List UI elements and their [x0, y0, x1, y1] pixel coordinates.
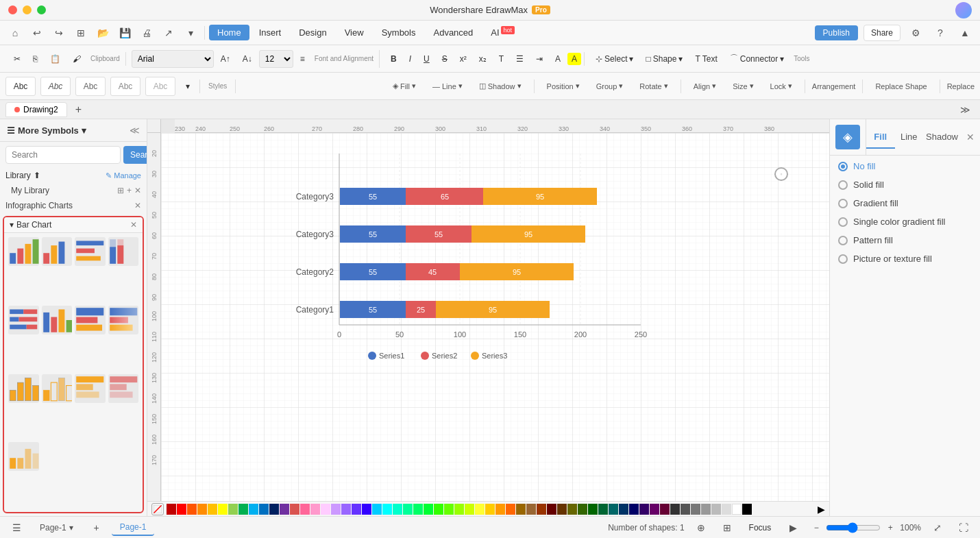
color-swatch-36[interactable]: [526, 504, 536, 515]
menu-advanced[interactable]: Advanced: [425, 25, 481, 40]
color-swatch-40[interactable]: [567, 504, 577, 515]
chart-thumb-10[interactable]: [42, 374, 73, 403]
chart-thumb-13[interactable]: [8, 442, 39, 471]
style-abc-3[interactable]: Abc: [75, 77, 106, 96]
font-increase[interactable]: A↑: [215, 52, 236, 66]
color-swatch-28[interactable]: [444, 504, 454, 515]
my-library-add-icon[interactable]: +: [127, 186, 132, 195]
color-swatch-27[interactable]: [434, 504, 443, 515]
fill-button[interactable]: ◈Fill▾: [387, 80, 421, 93]
color-swatch-50[interactable]: [670, 504, 680, 515]
color-swatch-45[interactable]: [619, 504, 628, 515]
color-swatch-47[interactable]: [639, 504, 649, 515]
connector-tool[interactable]: ⌒Connector▾: [724, 51, 789, 66]
color-swatch-48[interactable]: [650, 504, 659, 515]
color-swatch-6[interactable]: [218, 504, 228, 515]
drawing-canvas[interactable]: 0 50 100 150 200 250: [161, 133, 829, 516]
bar-chart-close-icon[interactable]: ✕: [130, 220, 137, 230]
undo-icon[interactable]: ↩: [27, 23, 47, 42]
no-color-swatch[interactable]: [151, 503, 164, 515]
home-icon[interactable]: ⌂: [5, 23, 25, 42]
font-name-select[interactable]: Arial: [132, 50, 214, 68]
fit-icon[interactable]: ⤢: [928, 518, 947, 537]
color-swatch-41[interactable]: [578, 504, 587, 515]
size-button[interactable]: Size▾: [727, 80, 759, 93]
rotate-button[interactable]: Rotate▾: [634, 80, 673, 93]
list-button[interactable]: ☰: [511, 52, 529, 66]
paste-button[interactable]: 📋: [45, 52, 66, 66]
color-swatch-18[interactable]: [341, 504, 351, 515]
position-button[interactable]: Position▾: [541, 80, 585, 93]
color-swatch-14[interactable]: [300, 504, 310, 515]
drawing-tab[interactable]: Drawing2: [5, 102, 67, 117]
align-btn[interactable]: ≡: [295, 52, 310, 66]
redo-icon[interactable]: ↪: [49, 23, 69, 42]
color-swatch-57[interactable]: [742, 504, 752, 515]
color-swatch-10[interactable]: [259, 504, 269, 515]
collapse-icon[interactable]: ▲: [955, 23, 975, 42]
underline-button[interactable]: U: [418, 52, 435, 66]
pages-icon[interactable]: ☰: [7, 518, 26, 537]
color-swatch-1[interactable]: [167, 504, 176, 515]
menu-design[interactable]: Design: [291, 25, 334, 40]
color-swatch-56[interactable]: [732, 504, 742, 515]
page-tab-1[interactable]: Page-1 ▾: [32, 520, 82, 535]
indent-button[interactable]: ⇥: [530, 52, 548, 66]
fill-option-solid[interactable]: Solid fill: [838, 177, 972, 193]
font-size-select[interactable]: 12: [259, 50, 293, 68]
manage-button[interactable]: ✎Manage: [106, 171, 141, 180]
menu-home[interactable]: Home: [209, 25, 249, 40]
tab-line[interactable]: Line: [895, 126, 924, 149]
fill-option-pattern[interactable]: Pattern fill: [838, 232, 972, 248]
select-tool[interactable]: ⊹Select▾: [590, 52, 639, 66]
help-icon[interactable]: ?: [931, 23, 950, 42]
snap-icon[interactable]: ⊞: [718, 518, 737, 537]
add-tab-button[interactable]: +: [70, 101, 87, 118]
color-swatch-21[interactable]: [372, 504, 382, 515]
color-swatch-4[interactable]: [197, 504, 207, 515]
color-swatch-53[interactable]: [701, 504, 711, 515]
color-swatch-16[interactable]: [321, 504, 330, 515]
color-swatch-11[interactable]: [269, 504, 279, 515]
maximize-button[interactable]: [37, 5, 46, 14]
fill-option-gradient[interactable]: Gradient fill: [838, 195, 972, 211]
color-strip-right-arrow[interactable]: ▶: [818, 504, 825, 515]
infographic-close-icon[interactable]: ✕: [134, 201, 141, 210]
tab-fill[interactable]: Fill: [866, 126, 895, 149]
color-swatch-19[interactable]: [352, 504, 361, 515]
color-swatch-54[interactable]: [711, 504, 721, 515]
color-swatch-43[interactable]: [598, 504, 608, 515]
my-library-close-icon[interactable]: ✕: [134, 186, 141, 195]
settings-icon[interactable]: ⚙: [906, 23, 925, 42]
color-swatch-33[interactable]: [495, 504, 505, 515]
chart-thumb-2[interactable]: [42, 237, 73, 266]
text-color-button[interactable]: A: [550, 52, 566, 66]
color-swatch-22[interactable]: [382, 504, 392, 515]
menu-symbols[interactable]: Symbols: [373, 25, 424, 40]
chart-thumb-5[interactable]: [8, 306, 39, 334]
shape-tool[interactable]: □Shape▾: [640, 52, 688, 66]
zoom-out-button[interactable]: −: [809, 521, 823, 535]
style-abc-2[interactable]: Abc: [40, 77, 71, 96]
color-swatch-39[interactable]: [557, 504, 567, 515]
menu-insert[interactable]: Insert: [251, 25, 290, 40]
chart-thumb-1[interactable]: [8, 237, 39, 266]
subscript-button[interactable]: x₂: [474, 52, 492, 66]
color-swatch-44[interactable]: [609, 504, 618, 515]
shadow-button[interactable]: ◫Shadow▾: [474, 80, 527, 93]
chart-thumb-3[interactable]: [75, 237, 106, 266]
color-swatch-25[interactable]: [413, 504, 423, 515]
color-swatch-30[interactable]: [465, 504, 474, 515]
strikethrough-button[interactable]: S: [437, 52, 453, 66]
publish-button[interactable]: Publish: [815, 25, 858, 40]
print-icon[interactable]: 🖨: [137, 23, 156, 42]
right-panel-close[interactable]: ✕: [961, 126, 980, 148]
highlight-button[interactable]: A: [567, 53, 581, 65]
my-library-item[interactable]: My Library ⊞ + ✕: [0, 183, 147, 198]
group-button[interactable]: Group▾: [591, 80, 629, 93]
more-icon[interactable]: ▾: [181, 23, 200, 42]
text-style-button[interactable]: T: [493, 52, 509, 66]
color-swatch-8[interactable]: [238, 504, 248, 515]
color-swatch-37[interactable]: [537, 504, 546, 515]
search-button[interactable]: Search: [123, 146, 147, 164]
